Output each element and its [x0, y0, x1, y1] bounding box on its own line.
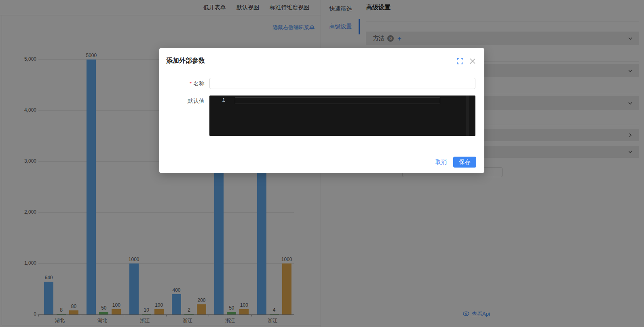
editor-line-number: 1	[209, 96, 228, 103]
close-icon[interactable]	[469, 58, 476, 64]
required-mark: *	[190, 81, 192, 87]
add-external-param-dialog: 添加外部参数 *名称 默认值 1 取消 保存	[159, 48, 484, 173]
fullscreen-icon[interactable]	[457, 58, 463, 64]
editor-gutter: 1	[209, 96, 228, 136]
save-button[interactable]: 保存	[453, 157, 476, 168]
name-input[interactable]	[209, 78, 475, 89]
default-value-label: 默认值	[159, 98, 205, 105]
editor-current-line	[235, 97, 440, 104]
name-field-label: *名称	[159, 80, 205, 87]
editor-scrollbar[interactable]	[466, 96, 469, 136]
cancel-button[interactable]: 取消	[435, 157, 447, 167]
dialog-title: 添加外部参数	[166, 57, 205, 65]
default-value-editor[interactable]: 1	[209, 96, 475, 136]
